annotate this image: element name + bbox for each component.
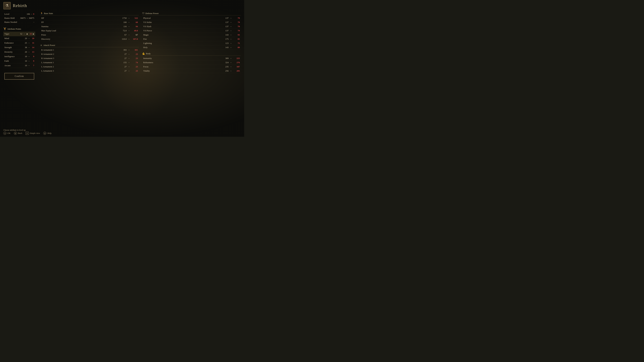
attr-current: 10	[23, 64, 27, 67]
attr-current: 38	[23, 46, 27, 49]
stat-row: VS Strike 137 → 79	[142, 20, 241, 24]
stat-current: 309	[220, 57, 228, 60]
attr-new: 13	[31, 51, 34, 53]
attr-values: 20 → 13	[23, 51, 34, 53]
confirm-button[interactable]: Confirm	[4, 73, 34, 80]
info-section: Level 106 → 9 Runes Held 36875 → 36875	[3, 12, 35, 24]
stat-arrow: →	[230, 57, 232, 59]
stat-arrow: →	[128, 38, 130, 40]
stat-current: 155	[118, 61, 126, 64]
stat-arrow: →	[230, 21, 232, 23]
stat-arrow: →	[230, 25, 232, 27]
stat-new: 79	[233, 17, 240, 19]
defense-power-label: Defense Power	[146, 12, 159, 15]
stat-arrow: →	[128, 49, 130, 51]
level-label: Level	[4, 13, 10, 15]
stat-name: Magic	[143, 33, 220, 36]
runes-held-arrow: →	[26, 17, 28, 19]
attr-new: 15	[28, 32, 32, 35]
stat-new: 107.0	[131, 38, 138, 40]
level-arrow: →	[31, 13, 32, 15]
stat-new: 79	[233, 25, 240, 28]
stat-row: R Armament 2 27 → 23	[40, 52, 139, 56]
stat-new: 93	[233, 33, 240, 36]
stat-new: 23	[131, 69, 138, 72]
attr-arrow: →	[28, 60, 30, 62]
stat-new: 79	[233, 21, 240, 24]
runes-needed-value: -	[34, 21, 34, 23]
attr-row-arcane[interactable]: Arcane 10 → 7	[3, 63, 35, 68]
stat-name: Max Equip Load	[41, 29, 118, 32]
stat-name: L Armament 2	[41, 65, 118, 68]
stat-new: 85	[233, 38, 240, 40]
confirm-area: Confirm	[3, 73, 35, 80]
stat-arrow: →	[230, 66, 232, 68]
stat-new: 23	[131, 53, 138, 55]
attr-section-header: 🏋 Attribute Points	[3, 27, 35, 31]
stat-row: R Armament 1 393 → 301	[40, 48, 139, 52]
hint-help: ⊙ :Help	[43, 132, 52, 135]
stat-name: Vitality	[143, 69, 220, 72]
attr-arrow: →	[28, 64, 30, 66]
stat-current: 27	[118, 57, 126, 60]
stat-name: Physical	[143, 17, 220, 19]
attr-row-intelligence[interactable]: Intelligence 10 → 9	[3, 54, 35, 59]
base-stats-icon: 🏃	[40, 12, 43, 15]
stat-name: R Armament 2	[41, 53, 118, 55]
stat-name: VS Strike	[143, 21, 220, 24]
stat-current: 137	[220, 21, 228, 24]
stat-arrow: →	[128, 53, 130, 55]
attr-row-endurance[interactable]: Endurance 25 → 11	[3, 41, 35, 45]
stat-name: R Armament 1	[41, 49, 118, 51]
attr-new: 9	[31, 60, 34, 62]
stat-arrow: →	[128, 34, 130, 36]
attr-current: 20	[23, 37, 27, 40]
stat-current: 143	[220, 46, 228, 49]
stat-arrow: →	[128, 66, 130, 68]
stat-row: Fire 175 → 85	[142, 37, 241, 41]
attr-section-icon: 🏋	[3, 27, 6, 30]
stat-row: Discovery 110.0 → 107.0	[40, 37, 139, 41]
attr-values: 25 → 11	[23, 41, 34, 44]
header: ⚗ Rebirth	[3, 2, 241, 9]
stat-current: 393	[118, 49, 126, 51]
stat-name: Fire	[143, 38, 220, 40]
stat-row: Physical 137 → 79	[142, 16, 241, 20]
hint-instruction: Choose attribute to level up	[3, 129, 52, 131]
attr-values: 10 → 9	[23, 60, 34, 62]
stat-arrow: →	[128, 17, 130, 19]
stat-new: 276	[233, 61, 240, 64]
attr-row-mind[interactable]: Mind 20 → 10	[3, 36, 35, 41]
hint-simple-view: ⊞ :Simple view	[26, 132, 40, 135]
stat-new: 49.8	[131, 29, 138, 32]
attr-values: 52 → ◀ 15 ▶	[18, 32, 34, 35]
stat-new: 89	[233, 46, 240, 49]
stat-name: L Armament 3	[41, 69, 118, 72]
attr-values: 20 → 10	[23, 37, 34, 40]
attr-row-faith[interactable]: Faith 10 → 9	[3, 59, 35, 63]
body-header: 💪 Body	[142, 52, 241, 56]
stat-current: 256	[220, 69, 228, 72]
attr-row-strength[interactable]: Strength 38 → 14	[3, 45, 35, 50]
stat-current: 137	[220, 25, 228, 28]
defense-power-section: 🛡 Defense Power Physical 137 → 79 VS Str…	[142, 12, 241, 50]
stat-arrow: →	[230, 30, 232, 32]
attr-row-dexterity[interactable]: Dexterity 20 → 13	[3, 50, 35, 54]
stat-row: Stamina 116 → 94	[40, 24, 139, 29]
stat-name: Holy	[143, 46, 220, 49]
stat-name: Immunity	[143, 57, 220, 60]
attr-prev[interactable]: ◀	[26, 33, 28, 35]
attr-next[interactable]: ▶	[33, 33, 34, 35]
stat-current: 175	[220, 38, 228, 40]
stat-new: 79	[233, 29, 240, 32]
attr-current: 10	[23, 60, 27, 62]
stat-row: Magic 143 → 93	[142, 33, 241, 37]
attr-row-vigor[interactable]: Vigor 52 → ◀ 15 ▶	[3, 32, 35, 36]
stat-row: R Armament 3 27 → 23	[40, 56, 139, 60]
btn-simple: ⊞	[26, 132, 29, 135]
header-icon: ⚗	[3, 2, 11, 9]
stat-row: L Armament 2 27 → 23	[40, 65, 139, 69]
attr-name: Faith	[4, 60, 23, 62]
stat-name: Discovery	[41, 38, 118, 40]
stat-current: 123	[220, 42, 228, 44]
